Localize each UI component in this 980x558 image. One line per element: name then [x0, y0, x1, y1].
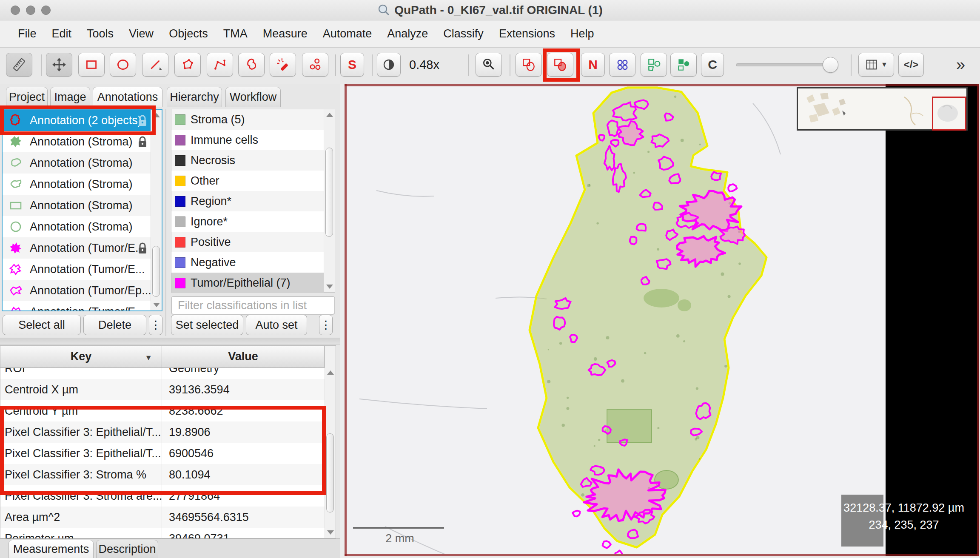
annotation-row[interactable]: Annotation (Tumor/E: [3, 301, 151, 311]
move-tool-button[interactable]: [46, 53, 72, 77]
class-row[interactable]: Necrosis: [171, 150, 324, 171]
scrollbar-thumb[interactable]: [152, 246, 160, 297]
table-row[interactable]: Area µm^234695564.6315: [0, 507, 325, 528]
move-icon: [51, 57, 67, 72]
ellipse-tool-button[interactable]: [110, 53, 136, 77]
class-row[interactable]: Tumor/Epithelial (7): [171, 273, 324, 293]
class-row[interactable]: Positive: [171, 232, 324, 252]
menu-file[interactable]: File: [18, 27, 37, 40]
table-row[interactable]: ROI Geometry: [0, 368, 325, 379]
tab-annotations[interactable]: Annotations: [93, 87, 162, 107]
menu-objects[interactable]: Objects: [169, 27, 208, 40]
toolbar-overflow-button[interactable]: »: [956, 53, 965, 77]
fill-detections-button[interactable]: [670, 53, 697, 77]
class-row[interactable]: Ignore*: [171, 211, 324, 232]
annotation-row[interactable]: Annotation (Tumor/E...: [3, 237, 151, 259]
tab-project[interactable]: Project: [6, 87, 48, 107]
delete-button[interactable]: Delete: [83, 315, 146, 335]
zoom-level[interactable]: 0.48x: [409, 53, 439, 77]
scroll-up-arrow[interactable]: [326, 113, 333, 117]
tab-hierarchy[interactable]: Hierarchy: [167, 87, 222, 107]
auto-set-button[interactable]: Auto set: [246, 315, 307, 335]
select-all-button[interactable]: Select all: [3, 315, 81, 335]
menu-extensions[interactable]: Extensions: [499, 27, 555, 40]
class-color-swatch: [175, 216, 185, 227]
class-more-button[interactable]: ⋮: [319, 315, 333, 335]
table-scrollbar[interactable]: [325, 346, 336, 538]
class-row[interactable]: Other: [171, 171, 324, 191]
annotation-row[interactable]: Annotation (Tumor/E...: [3, 259, 151, 280]
brightness-contrast-button[interactable]: [377, 53, 401, 77]
menu-view[interactable]: View: [129, 27, 154, 40]
annotation-label: Annotation (Tumor/E...: [30, 242, 145, 255]
annotation-row[interactable]: Annotation (Stroma): [3, 174, 151, 195]
polyline-tool-button[interactable]: [207, 53, 233, 77]
overview-thumbnail[interactable]: [797, 87, 968, 131]
table-row[interactable]: Centroid X µm39136.3594: [0, 379, 325, 400]
menu-tools[interactable]: Tools: [87, 27, 114, 40]
tab-workflow[interactable]: Workflow: [225, 87, 281, 107]
class-label: Tumor/Epithelial (7): [191, 276, 291, 290]
menu-analyze[interactable]: Analyze: [387, 27, 428, 40]
brush-tool-button[interactable]: [238, 53, 265, 77]
class-color-swatch: [175, 196, 185, 207]
menu-measure[interactable]: Measure: [263, 27, 308, 40]
scroll-up-arrow[interactable]: [327, 370, 334, 375]
class-label: Ignore*: [191, 215, 228, 228]
bottom-tab-bar: Measurements Description: [0, 538, 340, 558]
viewer-border-right: [977, 84, 979, 556]
viewer-border-left: [345, 84, 347, 556]
ruler-tool-button[interactable]: [6, 53, 32, 77]
annotation-more-button[interactable]: ⋮: [149, 315, 162, 335]
zoom-to-fit-button[interactable]: [476, 53, 502, 77]
class-row[interactable]: Negative: [171, 252, 324, 273]
menu-edit[interactable]: Edit: [52, 27, 72, 40]
scroll-down-arrow[interactable]: [327, 530, 334, 535]
script-editor-label: </>: [904, 59, 919, 71]
scroll-down-arrow[interactable]: [326, 285, 333, 289]
annotation-list-scrollbar[interactable]: [151, 110, 162, 310]
annotation-row[interactable]: Annotation (Stroma): [3, 195, 151, 216]
classifier-button[interactable]: C: [701, 53, 724, 77]
annotation-row[interactable]: Annotation (Stroma): [3, 152, 151, 174]
menu-tma[interactable]: TMA: [223, 27, 248, 40]
filter-classifications-input[interactable]: [171, 296, 335, 315]
key-column-header[interactable]: Key▼: [0, 346, 162, 368]
selection-mode-button[interactable]: S: [340, 53, 364, 77]
annotation-shape-icon: [9, 156, 23, 170]
class-row[interactable]: Region*: [171, 191, 324, 211]
opacity-slider-knob[interactable]: [823, 57, 838, 73]
scrollbar-thumb[interactable]: [325, 148, 333, 237]
points-tool-button[interactable]: [302, 53, 328, 77]
class-row[interactable]: Stroma (5): [171, 109, 324, 130]
image-viewer[interactable]: 2 mm 32128.37, 11872.92 µm 234, 235, 237: [345, 84, 979, 556]
rectangle-tool-button[interactable]: [78, 53, 105, 77]
tab-image[interactable]: Image: [50, 87, 90, 107]
menu-help[interactable]: Help: [570, 27, 594, 40]
class-label: Immune cells: [191, 134, 258, 147]
annotation-row[interactable]: Annotation (Stroma): [3, 216, 151, 237]
show-hierarchy-button[interactable]: [641, 53, 667, 77]
measurement-table-button[interactable]: ▼: [858, 53, 894, 77]
magnifier-icon: [481, 57, 496, 72]
tab-measurements[interactable]: Measurements: [9, 540, 94, 558]
show-names-button[interactable]: N: [581, 53, 605, 77]
set-selected-button[interactable]: Set selected: [171, 315, 243, 335]
menu-automate[interactable]: Automate: [323, 27, 372, 40]
show-annotations-icon: [521, 57, 536, 72]
script-editor-button[interactable]: </>: [898, 53, 924, 77]
tab-description[interactable]: Description: [96, 540, 158, 558]
line-tool-button[interactable]: [142, 53, 168, 77]
annotation-row[interactable]: Annotation (Tumor/Ep...: [3, 280, 151, 301]
menu-classify[interactable]: Classify: [443, 27, 484, 40]
class-list-scrollbar[interactable]: [324, 109, 335, 292]
annotation-label: Annotation (Stroma): [30, 178, 133, 191]
value-column-header[interactable]: Value: [162, 346, 325, 368]
class-row[interactable]: Immune cells: [171, 130, 324, 150]
show-annotations-button[interactable]: [516, 53, 542, 77]
wand-tool-button[interactable]: [270, 53, 296, 77]
scroll-down-arrow[interactable]: [153, 303, 160, 307]
scrollbar-thumb[interactable]: [326, 433, 334, 512]
show-detections-button[interactable]: [609, 53, 635, 77]
polygon-tool-button[interactable]: [174, 53, 201, 77]
